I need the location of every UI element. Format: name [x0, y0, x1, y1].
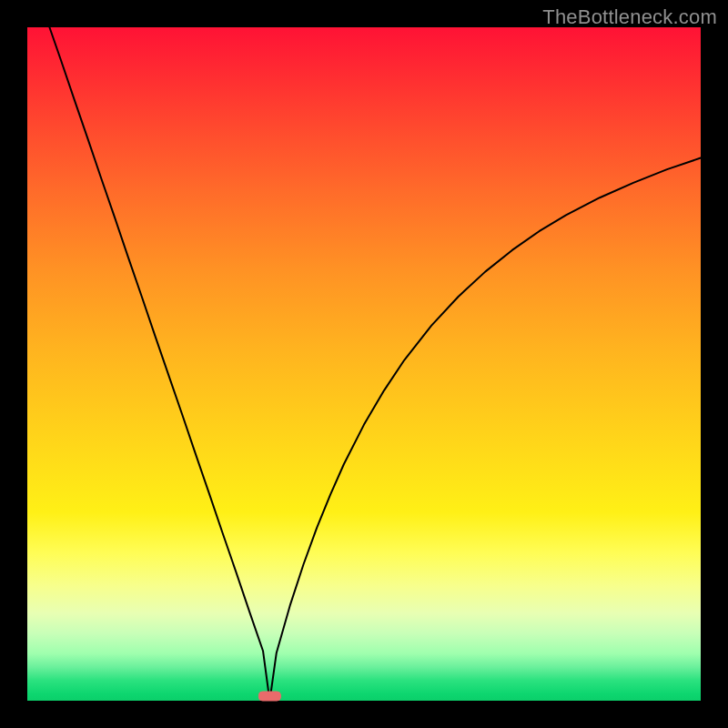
chart-frame: TheBottleneck.com: [0, 0, 728, 728]
curve-svg: [27, 27, 701, 701]
plot-area: [27, 27, 701, 701]
watermark-text: TheBottleneck.com: [542, 5, 717, 29]
bottleneck-curve: [49, 27, 701, 701]
minimum-marker: [258, 692, 280, 701]
